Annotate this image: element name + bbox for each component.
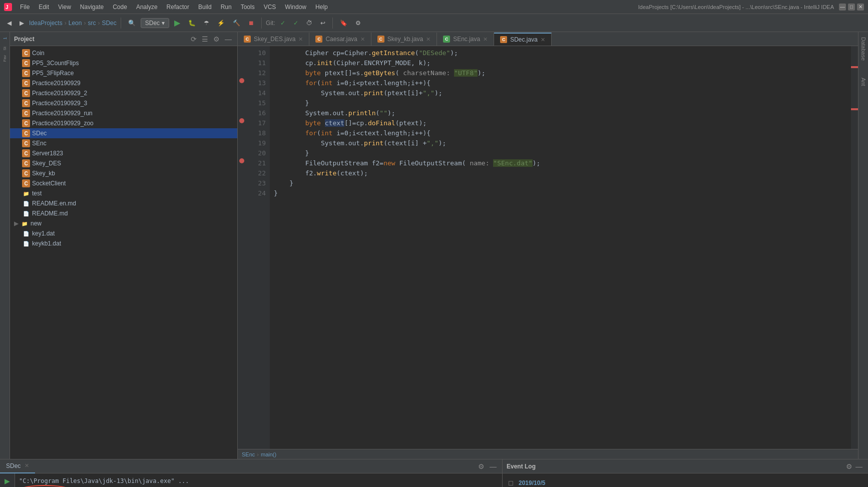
menu-window[interactable]: Window [281, 3, 310, 12]
event-minimize-button[interactable]: — [854, 462, 864, 470]
tab-skey-kb[interactable]: C Skey_kb.java ✕ [371, 33, 437, 46]
tree-item-practice20190929[interactable]: C Practice20190929 [10, 78, 237, 88]
tree-item-pp5-3countflips[interactable]: C PP5_3CountFlips [10, 58, 237, 68]
bookmark-button[interactable]: 🔖 [337, 17, 350, 30]
close-button[interactable]: ✕ [857, 4, 864, 11]
svg-text:J: J [6, 5, 9, 10]
toolbar-sep3 [332, 18, 333, 29]
code-editor[interactable]: 10 11 12 13 14 15 16 17 18 19 20 21 22 2… [238, 46, 858, 449]
file-icon: 📄 [22, 229, 30, 237]
menu-refactor[interactable]: Refactor [163, 3, 193, 12]
tree-item-sdec[interactable]: C SDec [10, 128, 237, 138]
tab-close-icon[interactable]: ✕ [298, 36, 303, 43]
run-button[interactable]: ▶ [171, 17, 183, 30]
class-icon: C [22, 109, 30, 117]
menu-edit[interactable]: Edit [35, 3, 53, 12]
run-tab-close[interactable]: ✕ [25, 462, 29, 469]
breadcrumb-ideaprojects[interactable]: IdeaProjects [29, 20, 63, 27]
coverage-button[interactable]: ☂ [201, 17, 212, 30]
run-play-button[interactable]: ▶ [2, 475, 13, 486]
tree-item-practice20190929-2[interactable]: C Practice20190929_2 [10, 88, 237, 98]
favorites-icon[interactable]: Fav [1, 54, 10, 63]
tab-senc[interactable]: C SEnc.java ✕ [437, 33, 494, 46]
tree-label: README.en.md [32, 200, 76, 207]
tab-sdec[interactable]: C SDec.java ✕ [494, 33, 552, 46]
menu-tools[interactable]: Tools [237, 3, 259, 12]
menu-build[interactable]: Build [194, 3, 216, 12]
tab-close-icon[interactable]: ✕ [483, 36, 488, 43]
menu-code[interactable]: Code [109, 3, 131, 12]
debug-button[interactable]: 🐛 [185, 17, 199, 30]
tree-item-practice20190929-3[interactable]: C Practice20190929_3 [10, 98, 237, 108]
run-settings-button[interactable]: ⚙ [477, 462, 486, 470]
tree-item-keykb1[interactable]: 📄 keykb1.dat [10, 238, 237, 249]
maximize-button[interactable]: □ [848, 4, 855, 11]
tree-item-test[interactable]: 📁 test [10, 188, 237, 198]
menu-vcs[interactable]: VCS [260, 3, 280, 12]
breadcrumb-src[interactable]: src [88, 20, 96, 27]
tree-item-skey-kb[interactable]: C Skey_kb [10, 168, 237, 178]
structure-icon[interactable]: St [1, 44, 10, 53]
tree-item-key1[interactable]: 📄 key1.dat [10, 228, 237, 238]
stop-button[interactable]: ⏹ [245, 17, 257, 30]
profile-button[interactable]: ⚡ [214, 17, 228, 30]
tab-skey-des[interactable]: C Skey_DES.java ✕ [238, 33, 309, 46]
menu-view[interactable]: View [54, 3, 75, 12]
tree-item-coin[interactable]: C Coin [10, 48, 237, 58]
event-settings-button[interactable]: ⚙ [844, 462, 854, 470]
collapse-button[interactable]: ☰ [200, 35, 210, 43]
run-tab[interactable]: SDec ✕ [0, 459, 35, 473]
tab-close-icon[interactable]: ✕ [360, 36, 365, 43]
nav-buttons: ◀ ▶ [4, 17, 27, 30]
tree-item-socketclient[interactable]: C SocketClient [10, 178, 237, 188]
event-row-date: ☐ 2019/10/5 [507, 477, 864, 487]
gear-icon[interactable]: ⚙ [212, 35, 221, 43]
tab-close-icon[interactable]: ✕ [541, 37, 545, 43]
breadcrumb-leon[interactable]: Leon [69, 20, 82, 27]
project-panel-title[interactable]: Project [14, 36, 35, 43]
menu-help[interactable]: Help [311, 3, 332, 12]
git-rollback[interactable]: ↩ [317, 17, 328, 30]
menu-run[interactable]: Run [217, 3, 236, 12]
git-checkmark2[interactable]: ✓ [290, 17, 301, 30]
build-button[interactable]: 🔨 [230, 17, 243, 30]
search-everywhere-button[interactable]: 🔍 [125, 17, 139, 30]
sync-button[interactable]: ⟳ [189, 35, 198, 43]
back-button[interactable]: ◀ [4, 17, 15, 30]
code-line-12: byte ptext[]=s.getBytes( charsetName: "U… [274, 68, 847, 78]
ant-tab[interactable]: Ant [859, 75, 867, 89]
breadcrumb-sdec[interactable]: SDec [102, 20, 116, 27]
tab-close-icon[interactable]: ✕ [426, 36, 430, 43]
tree-item-readme-en[interactable]: 📄 README.en.md [10, 198, 237, 208]
tree-item-senc[interactable]: C SEnc [10, 138, 237, 148]
breadcrumb-senc[interactable]: SEnc [242, 451, 255, 457]
tree-item-skey-des[interactable]: C Skey_DES [10, 158, 237, 168]
menu-analyze[interactable]: Analyze [132, 3, 162, 12]
class-icon: C [22, 169, 30, 177]
git-checkmark1[interactable]: ✓ [277, 17, 288, 30]
code-content[interactable]: Cipher cp=Cipher.getInstance("DESede"); … [270, 46, 851, 449]
forward-button[interactable]: ▶ [17, 17, 27, 30]
tree-item-server1823[interactable]: C Server1823 [10, 148, 237, 158]
database-tab[interactable]: Database [859, 34, 867, 64]
tree-item-pp5-3fliprace[interactable]: C PP5_3FlipRace [10, 68, 237, 78]
menu-file[interactable]: File [16, 3, 34, 12]
tab-caesar[interactable]: C Caesar.java ✕ [309, 33, 371, 46]
tree-item-readme[interactable]: 📄 README.md [10, 208, 237, 218]
tree-item-practice20190929-zoo[interactable]: C Practice20190929_zoo [10, 118, 237, 128]
tree-item-practice20190929-run[interactable]: C Practice20190929_run [10, 108, 237, 118]
tree-item-new[interactable]: ▶ 📁 new [10, 218, 237, 228]
git-history[interactable]: ⏱ [303, 17, 315, 30]
settings-button[interactable]: ⚙ [352, 17, 364, 30]
minimize-panel-button[interactable]: — [223, 35, 233, 43]
minimize-button[interactable]: — [839, 4, 846, 11]
toolbar-sep1 [121, 18, 121, 29]
editor-breadcrumb: SEnc › main() [242, 451, 276, 457]
breadcrumb-main[interactable]: main() [261, 451, 276, 457]
project-icon[interactable]: 1 [1, 34, 10, 43]
run-config-dropdown[interactable]: SDec ▾ [141, 18, 169, 28]
menu-navigate[interactable]: Navigate [76, 3, 108, 12]
run-minimize-button[interactable]: — [488, 462, 498, 470]
tab-java-icon: C [315, 36, 322, 43]
title-bar: J File Edit View Navigate Code Analyze R… [0, 0, 868, 14]
